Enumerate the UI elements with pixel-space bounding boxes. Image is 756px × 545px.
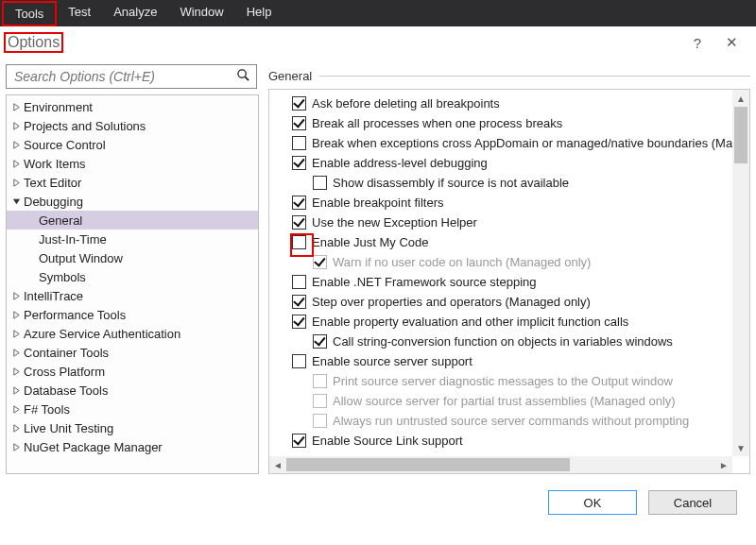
tree-item-performance-tools[interactable]: Performance Tools: [7, 305, 258, 324]
tree-item-nuget-package-manager[interactable]: NuGet Package Manager: [7, 437, 258, 456]
cancel-button[interactable]: Cancel: [648, 490, 737, 515]
help-button[interactable]: ?: [680, 35, 714, 51]
checkbox[interactable]: [292, 295, 306, 309]
tree-item-label: Symbols: [39, 270, 86, 284]
chevron-right-icon[interactable]: [10, 367, 22, 376]
checkbox[interactable]: [313, 176, 327, 190]
option-row[interactable]: Enable .NET Framework source stepping: [271, 272, 730, 292]
tree-item-just-in-time[interactable]: Just-In-Time: [7, 230, 258, 248]
option-row[interactable]: Enable property evaluation and other imp…: [271, 312, 730, 332]
checkbox[interactable]: [313, 334, 327, 349]
tree-item-label: Debugging: [22, 195, 83, 209]
option-row[interactable]: Enable Source Link support: [271, 431, 730, 451]
scroll-left-icon[interactable]: ◄: [269, 460, 286, 470]
checkbox[interactable]: [292, 215, 306, 230]
tree-item-database-tools[interactable]: Database Tools: [7, 381, 258, 400]
scroll-down-icon[interactable]: ▼: [732, 439, 749, 456]
tree-item-label: Work Items: [22, 157, 86, 171]
option-row[interactable]: Call string-conversion function on objec…: [271, 332, 730, 351]
tree-item-label: Environment: [22, 100, 93, 114]
scroll-up-icon[interactable]: ▲: [732, 90, 749, 107]
tree-item-source-control[interactable]: Source Control: [7, 135, 258, 154]
option-row[interactable]: Enable source server support: [271, 351, 730, 371]
close-button[interactable]: ✕: [714, 34, 748, 51]
tree-item-label: IntelliTrace: [22, 289, 83, 303]
menu-analyze[interactable]: Analyze: [102, 1, 168, 26]
option-label: Use the new Exception Helper: [312, 215, 477, 230]
tree-item-label: General: [39, 213, 82, 228]
option-row[interactable]: Show disassembly if source is not availa…: [271, 173, 730, 193]
menu-test[interactable]: Test: [57, 1, 102, 26]
tree-item-environment[interactable]: Environment: [7, 97, 258, 116]
tree-item-f-tools[interactable]: F# Tools: [7, 400, 258, 418]
menu-window[interactable]: Window: [168, 1, 234, 26]
tree-item-work-items[interactable]: Work Items: [7, 154, 258, 173]
checkbox: [313, 394, 327, 408]
menu-tools[interactable]: Tools: [2, 1, 57, 26]
chevron-right-icon[interactable]: [10, 330, 22, 338]
checkbox: [313, 255, 327, 269]
checkbox[interactable]: [292, 434, 306, 448]
tree-item-debugging[interactable]: Debugging: [7, 192, 258, 211]
search-input[interactable]: [12, 68, 236, 85]
tree-item-projects-and-solutions[interactable]: Projects and Solutions: [7, 116, 258, 135]
ok-button[interactable]: OK: [548, 490, 637, 515]
option-row[interactable]: Enable Just My Code: [271, 232, 730, 252]
scroll-thumb-h[interactable]: [286, 458, 570, 471]
tree-item-general[interactable]: General: [7, 211, 258, 230]
tree-item-container-tools[interactable]: Container Tools: [7, 343, 258, 362]
checkbox[interactable]: [292, 96, 306, 111]
chevron-right-icon[interactable]: [10, 443, 22, 451]
chevron-right-icon[interactable]: [10, 103, 22, 111]
option-row: Allow source server for partial trust as…: [271, 391, 730, 411]
search-box[interactable]: [6, 64, 257, 89]
chevron-right-icon[interactable]: [10, 405, 22, 414]
checkbox[interactable]: [292, 275, 306, 289]
option-label: Enable Source Link support: [312, 434, 463, 448]
chevron-right-icon[interactable]: [10, 311, 22, 319]
category-tree[interactable]: EnvironmentProjects and SolutionsSource …: [6, 94, 259, 474]
checkbox[interactable]: [292, 354, 306, 368]
tree-item-intellitrace[interactable]: IntelliTrace: [7, 286, 258, 305]
scroll-thumb-v[interactable]: [734, 107, 747, 163]
tree-item-azure-service-authentication[interactable]: Azure Service Authentication: [7, 324, 258, 343]
chevron-right-icon[interactable]: [10, 179, 22, 187]
option-label: Break all processes when one process bre…: [312, 116, 562, 130]
options-panel: Ask before deleting all breakpointsBreak…: [268, 89, 750, 474]
checkbox[interactable]: [292, 315, 306, 329]
checkbox[interactable]: [292, 156, 306, 170]
tree-item-label: Projects and Solutions: [22, 119, 146, 133]
tree-item-text-editor[interactable]: Text Editor: [7, 173, 258, 192]
option-row[interactable]: Enable address-level debugging: [271, 153, 730, 173]
checkbox[interactable]: [292, 136, 306, 150]
option-row[interactable]: Ask before deleting all breakpoints: [271, 94, 730, 113]
menu-help[interactable]: Help: [235, 1, 284, 26]
option-label: Enable .NET Framework source stepping: [312, 275, 536, 289]
tree-item-live-unit-testing[interactable]: Live Unit Testing: [7, 418, 258, 437]
chevron-right-icon[interactable]: [10, 386, 22, 395]
chevron-down-icon[interactable]: [10, 197, 22, 206]
chevron-right-icon[interactable]: [10, 141, 22, 149]
chevron-right-icon[interactable]: [10, 122, 22, 130]
chevron-right-icon[interactable]: [10, 424, 22, 433]
vertical-scrollbar[interactable]: ▲ ▼: [732, 90, 749, 456]
tree-item-cross-platform[interactable]: Cross Platform: [7, 362, 258, 381]
horizontal-scrollbar[interactable]: ◄ ►: [269, 456, 732, 473]
option-row[interactable]: Break all processes when one process bre…: [271, 113, 730, 133]
chevron-right-icon[interactable]: [10, 349, 22, 357]
option-row[interactable]: Use the new Exception Helper: [271, 213, 730, 232]
chevron-right-icon[interactable]: [10, 160, 22, 168]
options-list: Ask before deleting all breakpointsBreak…: [269, 90, 732, 456]
checkbox[interactable]: [292, 116, 306, 130]
checkbox[interactable]: [292, 196, 306, 210]
tree-item-symbols[interactable]: Symbols: [7, 267, 258, 286]
option-label: Print source server diagnostic messages …: [333, 374, 673, 388]
option-row[interactable]: Step over properties and operators (Mana…: [271, 292, 730, 312]
checkbox[interactable]: [292, 235, 306, 249]
tree-item-label: Database Tools: [22, 383, 108, 398]
option-row[interactable]: Break when exceptions cross AppDomain or…: [271, 133, 730, 153]
scroll-right-icon[interactable]: ►: [715, 460, 732, 470]
chevron-right-icon[interactable]: [10, 292, 22, 300]
option-row[interactable]: Enable breakpoint filters: [271, 193, 730, 213]
tree-item-output-window[interactable]: Output Window: [7, 248, 258, 267]
